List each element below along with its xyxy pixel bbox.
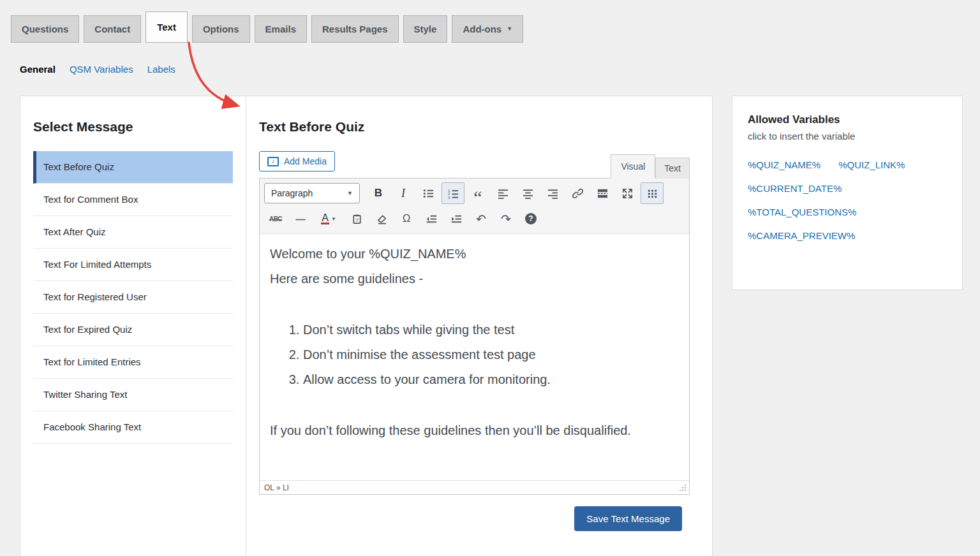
message-item-limited-entries[interactable]: Text for Limited Entries bbox=[33, 346, 233, 379]
editor-header: ♪ Add Media Visual Text bbox=[259, 151, 690, 178]
save-row: Save Text Message bbox=[259, 506, 682, 531]
toolbar-toggle-button[interactable] bbox=[641, 182, 664, 204]
undo-button[interactable]: ↶ bbox=[470, 208, 493, 230]
read-more-icon bbox=[597, 187, 609, 200]
message-item-comment-box[interactable]: Text for Comment Box bbox=[33, 184, 233, 216]
variable-quiz-name[interactable]: %QUIZ_NAME% bbox=[748, 159, 820, 170]
editor-title: Text Before Quiz bbox=[259, 119, 690, 135]
outdent-icon bbox=[426, 213, 438, 225]
editor-content-area[interactable]: Welcome to your %QUIZ_NAME% Here are som… bbox=[260, 234, 689, 480]
numbered-list-button[interactable]: 123 bbox=[442, 182, 464, 204]
redo-icon: ↷ bbox=[501, 212, 511, 226]
help-icon: ? bbox=[525, 213, 537, 224]
message-item-limited-attempts[interactable]: Text For Limited Attempts bbox=[33, 249, 233, 281]
content-line: Here are some guidelines - bbox=[270, 267, 679, 291]
resize-grip-icon bbox=[679, 484, 687, 492]
redo-button[interactable]: ↷ bbox=[494, 208, 517, 230]
special-character-button[interactable]: Ω bbox=[395, 208, 418, 230]
message-item-text-after-quiz[interactable]: Text After Quiz bbox=[33, 216, 233, 249]
editor-column: Text Before Quiz ♪ Add Media Visual Text… bbox=[246, 96, 712, 556]
variable-list: %QUIZ_NAME% %QUIZ_LINK% %CURRENT_DATE% %… bbox=[748, 159, 953, 241]
subnav-general[interactable]: General bbox=[20, 64, 56, 75]
toolbar-row-1: Paragraph ▼ B I 123 “ bbox=[263, 180, 686, 206]
message-item-twitter-sharing[interactable]: Twitter Sharing Text bbox=[33, 379, 233, 411]
subnav-labels[interactable]: Labels bbox=[147, 64, 175, 75]
align-left-icon bbox=[497, 187, 509, 200]
indent-icon bbox=[450, 213, 463, 225]
strikethrough-button[interactable]: ABC bbox=[264, 208, 287, 230]
bullet-list-icon bbox=[422, 187, 434, 200]
align-left-button[interactable] bbox=[491, 182, 514, 204]
editor-element-path: OL » LI bbox=[264, 483, 289, 492]
svg-text:3: 3 bbox=[447, 194, 450, 199]
horizontal-rule-icon: — bbox=[296, 214, 306, 224]
help-button[interactable]: ? bbox=[519, 208, 542, 230]
tab-style[interactable]: Style bbox=[403, 15, 448, 43]
variable-current-date[interactable]: %CURRENT_DATE% bbox=[748, 183, 842, 194]
message-item-registered-user[interactable]: Text for Registered User bbox=[33, 281, 233, 314]
outdent-button[interactable] bbox=[420, 208, 443, 230]
align-center-button[interactable] bbox=[516, 182, 539, 204]
numbered-list-icon: 123 bbox=[447, 187, 459, 200]
paste-as-text-icon: T bbox=[351, 213, 363, 225]
variable-quiz-link[interactable]: %QUIZ_LINK% bbox=[838, 159, 905, 170]
bullet-list-button[interactable] bbox=[417, 182, 440, 204]
undo-icon: ↶ bbox=[476, 212, 486, 226]
chevron-down-icon: ▼ bbox=[331, 216, 336, 222]
text-color-button[interactable]: A ▼ bbox=[314, 208, 343, 230]
italic-icon: I bbox=[401, 187, 405, 200]
variable-camera-preview[interactable]: %CAMERA_PREVIEW% bbox=[748, 230, 855, 241]
bold-button[interactable]: B bbox=[367, 182, 390, 204]
fullscreen-button[interactable] bbox=[616, 182, 639, 204]
horizontal-rule-button[interactable]: — bbox=[289, 208, 312, 230]
add-media-button[interactable]: ♪ Add Media bbox=[259, 151, 335, 172]
editor-mode-tabs: Visual Text bbox=[611, 154, 690, 179]
content-ordered-list: Don’t switch tabs while giving the test … bbox=[270, 318, 679, 392]
editor-statusbar: OL » LI bbox=[260, 480, 689, 494]
indent-button[interactable] bbox=[445, 208, 468, 230]
tab-text[interactable]: Text bbox=[145, 11, 188, 43]
align-center-icon bbox=[522, 187, 534, 200]
editor-toolbar: Paragraph ▼ B I 123 “ bbox=[260, 179, 689, 234]
link-button[interactable] bbox=[566, 182, 589, 204]
italic-button[interactable]: I bbox=[392, 182, 415, 204]
content-list-item: Don’t minimise the assessment test page bbox=[303, 342, 679, 367]
text-color-icon: A bbox=[321, 213, 329, 224]
message-item-facebook-sharing[interactable]: Facebook Sharing Text bbox=[33, 411, 233, 444]
paragraph-dropdown[interactable]: Paragraph ▼ bbox=[264, 183, 360, 203]
subnav: General QSM Variables Labels bbox=[20, 64, 175, 75]
bold-icon: B bbox=[375, 187, 382, 200]
content-list-item: Don’t switch tabs while giving the test bbox=[303, 318, 679, 342]
tab-add-ons[interactable]: Add-ons ▼ bbox=[452, 15, 523, 43]
allowed-variables-title: Allowed Variables bbox=[748, 113, 947, 126]
visual-mode-tab[interactable]: Visual bbox=[611, 154, 655, 179]
message-item-text-before-quiz[interactable]: Text Before Quiz bbox=[33, 151, 233, 184]
align-right-button[interactable] bbox=[541, 182, 564, 204]
tab-questions[interactable]: Questions bbox=[11, 15, 79, 43]
omega-icon: Ω bbox=[403, 212, 411, 225]
save-text-message-button[interactable]: Save Text Message bbox=[574, 506, 682, 531]
tab-contact[interactable]: Contact bbox=[84, 15, 141, 43]
text-mode-tab[interactable]: Text bbox=[655, 157, 690, 179]
eraser-icon bbox=[376, 213, 388, 225]
message-list: Text Before Quiz Text for Comment Box Te… bbox=[33, 151, 233, 444]
chevron-down-icon: ▼ bbox=[507, 26, 512, 32]
paste-as-text-button[interactable]: T bbox=[345, 208, 368, 230]
allowed-variables-panel: Allowed Variables click to insert the va… bbox=[732, 96, 963, 290]
blockquote-button[interactable]: “ bbox=[466, 182, 489, 204]
read-more-button[interactable] bbox=[591, 182, 614, 204]
select-message-column: Select Message Text Before Quiz Text for… bbox=[20, 96, 246, 556]
variable-total-questions[interactable]: %TOTAL_QUESTIONS% bbox=[748, 207, 856, 217]
tab-emails[interactable]: Emails bbox=[255, 15, 307, 43]
subnav-qsm-variables[interactable]: QSM Variables bbox=[70, 64, 133, 75]
main-tabs: Questions Contact Text Options Emails Re… bbox=[11, 11, 523, 43]
fullscreen-icon bbox=[621, 187, 634, 200]
content-line: Welcome to your %QUIZ_NAME% bbox=[270, 242, 679, 267]
clear-formatting-button[interactable] bbox=[370, 208, 393, 230]
message-item-expired-quiz[interactable]: Text for Expired Quiz bbox=[33, 314, 233, 346]
editor-resize-handle[interactable] bbox=[679, 484, 687, 492]
tab-options[interactable]: Options bbox=[192, 15, 250, 43]
toolbar-row-2: ABC — A ▼ T Ω bbox=[263, 206, 686, 231]
tab-results-pages[interactable]: Results Pages bbox=[311, 15, 399, 43]
strikethrough-icon: ABC bbox=[269, 216, 282, 223]
